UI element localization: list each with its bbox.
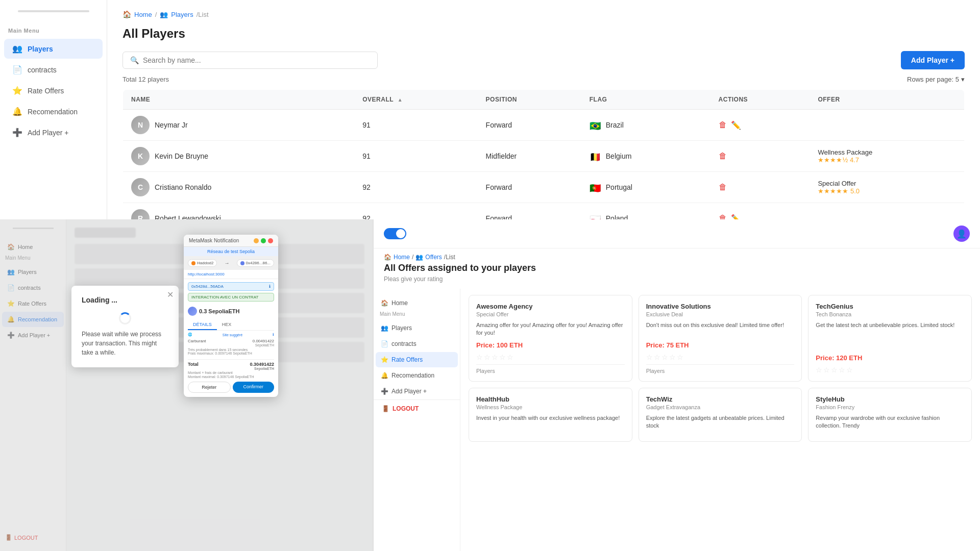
reject-button[interactable]: Rejeter: [188, 382, 231, 393]
breadcrumb-home[interactable]: Home: [134, 11, 152, 18]
flag-icon: 🇵🇱: [590, 214, 602, 219]
tab-details[interactable]: DÉTAILS: [188, 320, 217, 330]
star2[interactable]: ☆: [654, 353, 660, 361]
col-overall[interactable]: OVERALL ▲: [354, 90, 477, 110]
right-contracts-label: contracts: [391, 340, 416, 347]
star1[interactable]: ☆: [646, 353, 653, 361]
rows-per-page: Rows per page: 5 ▾: [907, 76, 965, 83]
offer-card-stylehub: StyleHub Fashion Frenzy Revamp your ward…: [808, 388, 972, 442]
close-icon[interactable]: ✕: [167, 290, 174, 299]
avatar: N: [131, 116, 150, 134]
right-sidebar-item-contracts[interactable]: 📄 contracts: [376, 336, 458, 352]
delete-icon[interactable]: 🗑: [719, 214, 727, 219]
flag-cell: 🇵🇹 Portugal: [581, 172, 710, 203]
position-cell: Forward: [478, 110, 581, 141]
eth-amount: 0.3 SepoliaETH: [188, 305, 274, 318]
star4[interactable]: ☆: [499, 353, 506, 361]
edit-icon[interactable]: ✏️: [731, 120, 741, 130]
star-rating: ☆ ☆ ☆ ☆ ☆: [476, 353, 625, 361]
right-logout-button[interactable]: 🚪 LOGOUT: [374, 399, 460, 417]
star2[interactable]: ☆: [823, 366, 830, 374]
chevron-down-icon[interactable]: ▾: [961, 76, 965, 83]
offer-type: Fashion Frenzy: [816, 404, 964, 410]
search-input[interactable]: [143, 56, 370, 64]
star5[interactable]: ☆: [846, 366, 853, 374]
star3[interactable]: ☆: [831, 366, 838, 374]
maximize-button[interactable]: [261, 238, 266, 243]
star1[interactable]: ☆: [476, 353, 483, 361]
left-panel: 🏠 Home Main Menu 👥 Players 📄 contracts ⭐…: [0, 219, 373, 551]
right-breadcrumb-list: /List: [444, 254, 455, 261]
offer-price: Price: 75 ETH: [646, 341, 795, 349]
offer-type: Tech Bonanza: [816, 311, 964, 317]
right-sidebar-item-add-player[interactable]: ➕ Add Player +: [376, 384, 458, 399]
edit-icon[interactable]: ✏️: [731, 214, 741, 220]
star5[interactable]: ☆: [507, 353, 513, 361]
table-row: K Kevin De Bruyne 91 Midfielder 🇧🇪 Belgi…: [123, 141, 965, 172]
delete-icon[interactable]: 🗑: [719, 152, 727, 161]
delete-icon[interactable]: 🗑: [719, 120, 727, 130]
star3[interactable]: ☆: [662, 353, 668, 361]
company-name: Innovative Solutions: [646, 303, 795, 310]
right-sidebar-item-recommendation[interactable]: 🔔 Recomendation: [376, 368, 458, 383]
right-sidebar-item-players[interactable]: 👥 Players: [376, 320, 458, 336]
breadcrumb: 🏠 Home / 👥 Players /List: [122, 10, 965, 18]
offer-cell: [810, 203, 964, 220]
right-sidebar-item-rate-offers[interactable]: ⭐ Rate Offers: [376, 352, 458, 367]
add-player-button[interactable]: Add Player +: [901, 51, 965, 69]
gas-section: 🌐 Site suggéré ℹ Carburant 0.00491422 Se…: [188, 331, 274, 357]
sidebar-contracts-label: contracts: [28, 66, 57, 74]
star2[interactable]: ☆: [484, 353, 491, 361]
tab-hex[interactable]: HEX: [217, 320, 237, 330]
toolbar: 🔍 Add Player +: [122, 51, 965, 69]
flag-cell: 🇧🇷 Brazil: [581, 110, 710, 141]
sidebar-item-contracts[interactable]: 📄 contracts: [4, 60, 103, 80]
position-cell: Midfielder: [478, 141, 581, 172]
sidebar-item-rate-offers[interactable]: ⭐ Rate Offers: [4, 81, 103, 101]
star-rating: ★★★★★ 5.0: [818, 187, 956, 195]
offer-desc: Revamp your wardrobe with our exclusive …: [816, 414, 964, 430]
confirm-button[interactable]: Confirmer: [233, 382, 275, 393]
add-player-icon: ➕: [12, 128, 22, 137]
delete-icon[interactable]: 🗑: [719, 183, 727, 192]
metamask-header: MetaMask Notification: [184, 235, 278, 247]
right-content: 🏠 Home Main Menu 👥 Players 📄 contracts ⭐…: [374, 289, 980, 551]
overall-cell: 91: [354, 110, 477, 141]
overall-cell: 91: [354, 141, 477, 172]
offer-cell: Wellness Package ★★★★½ 4.7: [810, 141, 964, 172]
sidebar-item-players[interactable]: 👥 Players: [4, 39, 103, 59]
total-row: Total 0.30491422 SepoliaETH: [188, 362, 274, 370]
actions-cell: 🗑: [710, 172, 810, 203]
recommendation-icon: 🔔: [381, 372, 388, 379]
toggle-knob: [396, 229, 405, 238]
metamask-popup: MetaMask Notification Réseau de test Sep…: [184, 235, 278, 397]
star5[interactable]: ☆: [677, 353, 683, 361]
suggest-info-icon[interactable]: ℹ: [273, 333, 274, 337]
sidebar-item-add-player[interactable]: ➕ Add Player +: [4, 122, 103, 142]
offer-price: Price: 100 ETH: [476, 341, 625, 349]
metamask-title: MetaMask Notification: [189, 238, 239, 243]
right-sidebar-section: Main Menu: [374, 311, 460, 320]
players-icon: 👥: [12, 44, 22, 54]
minimize-button[interactable]: [254, 238, 259, 243]
info-icon[interactable]: ℹ: [269, 284, 271, 289]
star3[interactable]: ☆: [492, 353, 498, 361]
star4[interactable]: ☆: [839, 366, 845, 374]
right-breadcrumb-offers[interactable]: Offers: [425, 254, 442, 261]
breadcrumb-players[interactable]: Players: [171, 11, 193, 18]
toggle-switch[interactable]: [384, 228, 406, 239]
metamask-url: http://localhost:3000: [184, 270, 278, 279]
right-breadcrumb-home[interactable]: Home: [394, 254, 410, 261]
eth-icon: [188, 307, 197, 316]
star1[interactable]: ☆: [816, 366, 822, 374]
close-button[interactable]: [268, 238, 273, 243]
metamask-buttons: Rejeter Confirmer: [188, 379, 274, 394]
right-panel: 👤 🏠 Home / 👥 Offers /List All Offers ass…: [373, 219, 980, 551]
star4[interactable]: ☆: [669, 353, 676, 361]
sidebar-item-recommendation[interactable]: 🔔 Recomendation: [4, 102, 103, 121]
flag-cell: 🇧🇪 Belgium: [581, 141, 710, 172]
table-row: N Neymar Jr 91 Forward 🇧🇷 Brazil: [123, 110, 965, 141]
right-sidebar-item-home[interactable]: 🏠 Home: [376, 295, 458, 311]
search-box[interactable]: 🔍: [122, 52, 378, 69]
right-add-label: Add Player +: [391, 388, 427, 395]
